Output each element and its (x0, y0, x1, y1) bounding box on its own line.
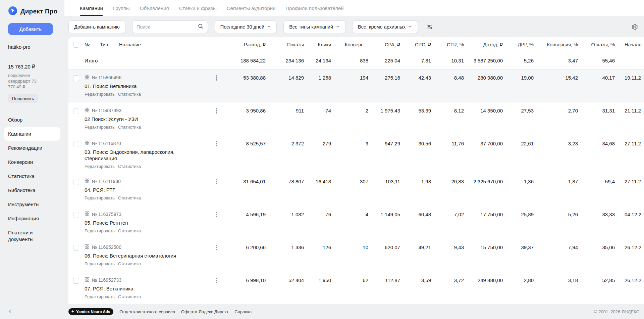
stats-link[interactable]: Статистика (118, 228, 141, 233)
sidebar-collapse-chevron-icon[interactable]: ‹ (9, 308, 11, 315)
search-field[interactable] (132, 20, 208, 33)
column-header[interactable]: ДРР, % (503, 37, 534, 52)
stats-link[interactable]: Статистика (118, 164, 141, 169)
column-header[interactable]: Отказы, % (578, 37, 615, 52)
metric-value: 1 258 (304, 70, 331, 102)
tab-campaigns[interactable]: Кампании (80, 0, 103, 16)
stats-link[interactable]: Статистика (118, 261, 141, 266)
stats-link[interactable]: Статистика (118, 125, 141, 130)
kebab-menu-icon[interactable] (213, 179, 219, 185)
neuro-ads-badge[interactable]: Yandex Neuro Ads (68, 308, 113, 315)
stats-link[interactable]: Статистика (118, 195, 141, 200)
column-header[interactable]: Конверсия, % (534, 37, 578, 52)
metric-value: 1 336 (266, 239, 304, 272)
column-header-number[interactable]: № (85, 42, 100, 47)
campaign-type-filter-dropdown[interactable]: Все типы кампаний (283, 20, 345, 33)
sidebar-item-recommendations[interactable]: Рекомендации (4, 141, 60, 155)
column-header-type[interactable]: Тип (100, 42, 119, 47)
footer-link-offer[interactable]: Оферта Яндекс Директ (181, 309, 228, 314)
edit-link[interactable]: Редактировать (85, 195, 115, 200)
overdraft-note: подключен овердрафт 73 770,49 ₽ (8, 73, 46, 90)
kebab-menu-icon[interactable] (213, 244, 219, 250)
metric-value: 279 (304, 135, 331, 173)
add-button[interactable]: Добавить (8, 23, 53, 35)
date-filter-dropdown[interactable]: Последние 30 дней (215, 20, 277, 33)
sidebar: Директ Про Добавить hatiko-pro 15 763,20… (0, 0, 64, 319)
campaign-type-filter-label: Все типы кампаний (289, 24, 333, 30)
tab-audience-segments[interactable]: Сегменты аудитории (227, 0, 276, 16)
metric-value: 8,48 (431, 70, 464, 102)
metric-value: 620,07 (368, 239, 400, 272)
edit-link[interactable]: Редактировать (85, 228, 115, 233)
row-checkbox[interactable] (73, 108, 79, 114)
edit-link[interactable]: Редактировать (85, 261, 115, 266)
sidebar-item-tools[interactable]: Инструменты (4, 198, 60, 211)
campaign-name[interactable]: 05. Поиск: Рентген (85, 220, 207, 226)
kebab-menu-icon[interactable] (213, 141, 219, 147)
campaign-name[interactable]: 04. РСЯ: РТГ (85, 187, 207, 193)
campaign-name[interactable]: 01. Поиск: Ветклиника (85, 83, 207, 89)
column-settings-sliders-icon[interactable] (425, 22, 435, 32)
tab-user-profiles[interactable]: Профили пользователей (286, 0, 344, 16)
metric-value: 9,43 (431, 239, 464, 272)
search-input[interactable] (137, 24, 198, 30)
kebab-menu-icon[interactable] (213, 75, 219, 81)
toolbar: Добавить кампанию Последние 30 дней Все … (68, 20, 644, 33)
footer-link-client-service[interactable]: Отдел клиентского сервиса (119, 309, 175, 314)
row-checkbox[interactable] (73, 245, 79, 251)
app-logo[interactable]: Директ Про (8, 6, 60, 17)
sidebar-item-label: Рекомендации (8, 145, 42, 151)
edit-link[interactable]: Редактировать (85, 164, 115, 169)
account-name[interactable]: hatiko-pro (8, 44, 60, 50)
column-header[interactable]: Доход, ₽ (464, 37, 503, 52)
tab-bids-phrases[interactable]: Ставки и фразы (179, 0, 217, 16)
tab-ads[interactable]: Объявления (140, 0, 169, 16)
metric-value: 33,33 (578, 206, 615, 239)
edit-link[interactable]: Редактировать (85, 294, 115, 299)
kebab-menu-icon[interactable] (213, 108, 219, 114)
settings-gear-icon[interactable] (629, 22, 639, 32)
edit-link[interactable]: Редактировать (85, 125, 115, 130)
sidebar-item-information[interactable]: Информация (4, 212, 60, 225)
tab-groups[interactable]: Группы (113, 0, 130, 16)
sidebar-item-overview[interactable]: Обзор (4, 113, 60, 127)
column-header[interactable]: CPC, ₽ (400, 37, 431, 52)
row-checkbox[interactable] (73, 179, 79, 185)
column-header[interactable]: Расход, ₽ (225, 37, 266, 52)
sidebar-item-campaigns[interactable]: Кампании (4, 127, 60, 141)
footer-link-help[interactable]: Справка (234, 309, 252, 314)
add-campaign-button[interactable]: Добавить кампанию (68, 20, 125, 33)
campaign-id: № 116111930 (92, 179, 121, 184)
column-header[interactable]: Начало (615, 37, 644, 52)
edit-link[interactable]: Редактировать (85, 92, 115, 97)
chevron-down-icon (267, 24, 271, 30)
select-all-checkbox[interactable] (73, 42, 79, 48)
status-filter-dropdown[interactable]: Все, кроме архивных (352, 20, 418, 33)
kebab-menu-icon[interactable] (213, 212, 219, 218)
sidebar-item-statistics[interactable]: Статистика (4, 170, 60, 183)
sidebar-item-payments-documents[interactable]: Платежи и документы (4, 226, 60, 246)
column-header[interactable]: CPA, ₽ (368, 37, 400, 52)
column-header[interactable]: Показы (266, 37, 304, 52)
status-filter-label: Все, кроме архивных (358, 24, 406, 30)
campaign-type-icon (85, 211, 90, 217)
column-header[interactable]: Конверс… (331, 37, 368, 52)
row-checkbox[interactable] (73, 212, 79, 218)
row-checkbox[interactable] (73, 75, 79, 81)
stats-link[interactable]: Статистика (118, 294, 141, 299)
campaign-name[interactable]: 06. Поиск: Ветеринарная стоматология (85, 253, 207, 259)
sidebar-item-library[interactable]: Библиотека (4, 184, 60, 197)
row-checkbox[interactable] (73, 141, 79, 147)
topup-button[interactable]: Пополнить (8, 94, 38, 103)
campaign-name[interactable]: 02 Поиск: Услуги - УЗИ (85, 116, 207, 122)
row-checkbox[interactable] (73, 278, 79, 284)
campaign-name[interactable]: 03. Поиск: Эндоскопия, лапароскопия, сте… (85, 149, 207, 162)
tab-label: Группы (113, 5, 130, 11)
stats-link[interactable]: Статистика (118, 92, 141, 97)
column-header-name[interactable]: Название (119, 42, 225, 47)
kebab-menu-icon[interactable] (213, 277, 219, 283)
column-header[interactable]: CTR, % (431, 37, 464, 52)
column-header[interactable]: Клики (304, 37, 331, 52)
campaign-name[interactable]: 07. РСЯ: Ветклиника (85, 285, 207, 292)
sidebar-item-conversions[interactable]: Конверсии (4, 155, 60, 169)
